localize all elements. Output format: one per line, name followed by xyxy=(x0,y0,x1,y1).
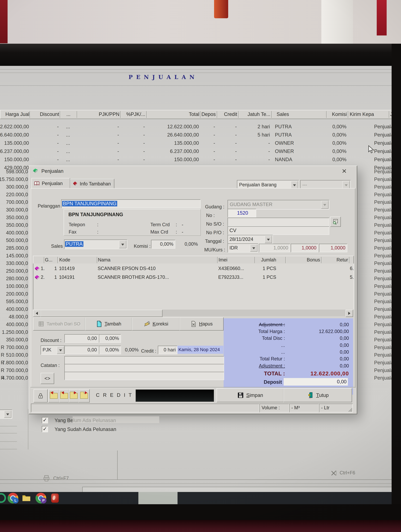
table-row[interactable]: 6.640.000,00 - ... - - 26.640.000,00 - -… xyxy=(0,131,392,139)
column-separator[interactable] xyxy=(285,257,286,263)
nav-last-button[interactable] xyxy=(78,389,90,403)
column-header-jatuh-tempo[interactable]: Jatuh Te... xyxy=(245,110,270,118)
table-row-partial[interactable]: R 700.000,0 xyxy=(0,367,29,374)
simpan-button[interactable]: Simpan xyxy=(217,388,284,402)
table-row-partial[interactable]: 1.250.000,0 xyxy=(0,328,29,336)
pjk-amount-field[interactable]: 0,00 xyxy=(64,346,99,354)
table-row-partial[interactable]: 350.000,0 xyxy=(0,214,29,221)
table-row-partial[interactable]: 350.000,0 xyxy=(0,336,29,343)
nav-first-button[interactable] xyxy=(48,389,59,403)
column-separator[interactable] xyxy=(30,111,30,118)
chevron-down-icon[interactable] xyxy=(265,236,272,243)
table-row-partial[interactable]: 250.000,0 xyxy=(0,267,29,275)
grid-header-nama[interactable]: Nama xyxy=(98,256,110,264)
table-row-partial[interactable]: 300.000,0 xyxy=(0,206,29,214)
table-row-partial[interactable]: 330.000,0 xyxy=(0,260,29,267)
pjk-percent-field-2[interactable]: 0,00% xyxy=(121,346,141,354)
checkbox-sudah-label[interactable]: Yang Sudah Ada Pelunasan xyxy=(55,426,116,432)
table-row-partial[interactable]: 280.000,0 xyxy=(0,275,29,282)
checkbox-belum-pelunasan[interactable]: ✓ xyxy=(42,417,48,423)
column-separator[interactable] xyxy=(58,257,58,263)
tab-penjualan[interactable]: Penjualan xyxy=(32,178,70,189)
hapus-button[interactable]: Hapus xyxy=(180,317,224,330)
red-app-icon[interactable] xyxy=(51,494,59,503)
column-separator[interactable] xyxy=(97,257,97,263)
tambah-button[interactable]: Tambah xyxy=(85,317,132,330)
column-header-sales[interactable]: Sales xyxy=(277,110,327,118)
no-input[interactable]: 1520 xyxy=(227,209,256,217)
ctrl-f7-shortcut[interactable]: Ctrl+F7 xyxy=(53,475,69,481)
grid-header-kode[interactable]: Kode xyxy=(59,256,70,264)
table-row-partial[interactable]: 598.000,0 xyxy=(0,168,29,175)
nav-next-button[interactable] xyxy=(69,389,79,403)
grid-header-g[interactable]: G... xyxy=(45,256,52,264)
pjk-percent-field[interactable]: 0,00% xyxy=(99,346,121,354)
table-row-partial[interactable]: 400.000,0 xyxy=(0,305,29,313)
scroll-left-button[interactable] xyxy=(33,310,41,317)
scroll-right-button[interactable] xyxy=(346,310,353,317)
lookup-so-button[interactable] xyxy=(330,217,341,227)
column-separator[interactable] xyxy=(238,111,239,118)
column-separator[interactable] xyxy=(389,111,389,118)
column-header-pjk-ppn[interactable]: PJK/PPN xyxy=(79,110,119,118)
column-separator[interactable] xyxy=(255,257,255,263)
table-row-partial[interactable]: R 700.000,0 xyxy=(0,344,29,351)
grid-header-jumlah[interactable]: Jumlah xyxy=(255,256,276,264)
chrome-icon-2[interactable]: P xyxy=(36,493,46,503)
column-separator[interactable] xyxy=(348,111,349,118)
table-row-partial[interactable]: 200.000,0 xyxy=(0,290,29,298)
tutup-button[interactable]: m.s Tutup xyxy=(283,388,352,402)
lock-button[interactable] xyxy=(33,389,48,403)
credit-date-field[interactable]: Kamis, 28 Nop 2024 xyxy=(177,346,223,354)
chevron-down-icon[interactable] xyxy=(119,241,126,248)
ctrl-f6-shortcut[interactable]: Ctrl+F6 xyxy=(340,470,355,475)
credit-days-field[interactable]: 0 hari xyxy=(158,346,177,354)
catatan-input-line-2[interactable] xyxy=(64,364,224,372)
table-row-partial[interactable]: 500.000,0 xyxy=(0,236,29,244)
column-separator[interactable] xyxy=(146,111,147,118)
filter-combobox-partial[interactable] xyxy=(0,410,12,419)
close-icon[interactable]: × xyxy=(342,166,347,176)
table-row[interactable]: 150.000,00 - ... - - 150.000,00 - - - NA… xyxy=(0,156,392,163)
tambah-dari-so-button[interactable]: Tambah Dari SO xyxy=(33,317,85,330)
table-row-partial[interactable]: 48.000,0 xyxy=(0,313,29,321)
scrollbar-thumb[interactable] xyxy=(40,310,162,317)
column-separator[interactable] xyxy=(120,111,121,118)
column-header-deposit[interactable]: Deposit xyxy=(201,110,215,118)
column-separator[interactable] xyxy=(321,257,322,263)
deposit-input[interactable]: 0,00 xyxy=(284,378,348,386)
column-separator[interactable] xyxy=(326,111,327,118)
column-separator[interactable] xyxy=(77,111,78,118)
table-row[interactable]: 2.622.000,00 - ... - - 12.622.000,00 - -… xyxy=(0,123,392,131)
chevron-down-icon[interactable] xyxy=(4,411,11,418)
swap-note-button[interactable]: <> xyxy=(41,373,54,384)
pjk-combobox[interactable]: PJK xyxy=(41,345,65,355)
chevron-down-icon[interactable] xyxy=(250,244,257,252)
table-row-partial[interactable]: R 510.000,0 xyxy=(0,351,29,359)
column-header-credit[interactable]: Credit xyxy=(220,110,237,118)
column-separator[interactable] xyxy=(200,111,201,118)
chevron-down-icon[interactable] xyxy=(291,181,298,189)
chrome-icon[interactable]: L xyxy=(7,493,18,503)
column-header-kirim-kepada[interactable]: Kirim Kepada xyxy=(350,110,374,118)
column-separator[interactable] xyxy=(60,111,60,118)
grid-hscrollbar[interactable] xyxy=(33,310,353,316)
komisi-percent-field[interactable]: 0,00% xyxy=(151,240,175,249)
tab-info-tambahan[interactable]: Info Tambahan xyxy=(70,179,114,189)
mu-kurs-combobox[interactable]: IDR xyxy=(227,243,258,253)
table-row-partial[interactable]: 300.000,0 xyxy=(0,183,29,191)
table-row-partial[interactable]: 15.750.000,0 xyxy=(0,176,29,183)
table-row-partial[interactable]: 700.000,0 xyxy=(0,198,29,206)
column-separator[interactable] xyxy=(217,111,218,118)
column-header-jenis[interactable]: Je xyxy=(390,110,392,118)
grid-row[interactable]: 2. 1 104191 SCANNER BROTHER ADS-170... E… xyxy=(33,273,353,281)
app-icon-partial[interactable] xyxy=(0,493,6,503)
tanggal-datepicker[interactable]: 28/11/2024 xyxy=(227,235,273,244)
table-row-partial[interactable]: 285.000,0 xyxy=(0,244,29,252)
column-header-harga-jual[interactable]: Harga Jual xyxy=(0,110,29,118)
table-row-partial[interactable]: 145.000,0 xyxy=(0,252,29,260)
sales-combobox[interactable]: PUTRA xyxy=(64,240,127,249)
grid-header-bonus[interactable]: Bonus xyxy=(286,256,320,264)
column-separator[interactable] xyxy=(217,257,218,263)
table-row-partial[interactable]: R 4.700.000,0 xyxy=(0,374,29,382)
